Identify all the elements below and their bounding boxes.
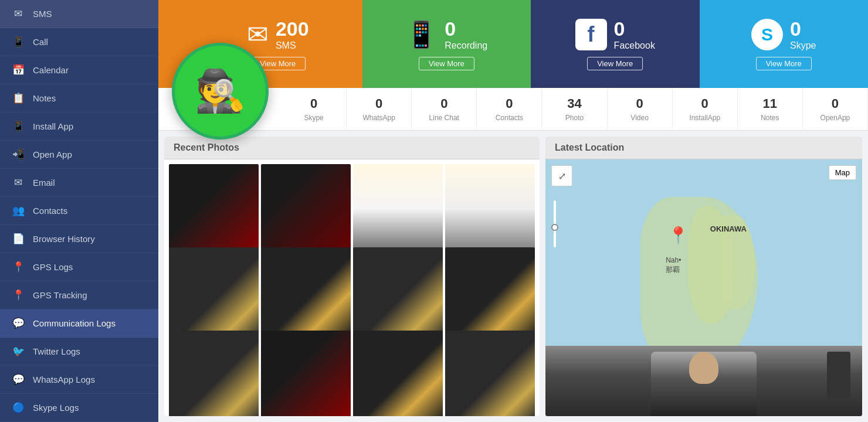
recording-count: 0: [445, 18, 487, 40]
recent-photos-panel: Recent Photos: [164, 137, 540, 416]
photo-5[interactable]: [261, 247, 351, 337]
sidebar-item-label: Browser History: [33, 234, 95, 244]
facebook-label: Facebook: [614, 40, 655, 51]
sidebar-item-label: Calendar: [33, 65, 69, 75]
whatsapp-logs-icon: 💬: [12, 373, 25, 386]
contacts-icon: 👥: [12, 205, 25, 217]
sidebar-item-sms[interactable]: ✉ SMS: [0, 0, 158, 28]
skype-view-more-button[interactable]: View More: [756, 57, 812, 70]
recording-view-more-button[interactable]: View More: [419, 57, 474, 70]
photo-11[interactable]: [445, 331, 535, 416]
sidebar-item-label: WhatsApp Logs: [33, 375, 95, 384]
small-stat-photo[interactable]: 34 Photo: [542, 88, 607, 130]
communication-logs-icon: 💬: [12, 317, 25, 329]
zoom-slider[interactable]: [554, 200, 556, 247]
call-icon: 📱: [12, 36, 25, 48]
facebook-view-more-button[interactable]: View More: [587, 57, 643, 70]
gps-tracking-icon: 📍: [12, 289, 25, 301]
small-stat-openapp[interactable]: 0 OpenApp: [803, 88, 868, 130]
main-content: 🕵️ ✉ 200 SMS View More 📱 0: [158, 0, 868, 422]
sidebar-item-email[interactable]: ✉ Email: [0, 169, 158, 197]
sidebar-item-whatsapp-logs[interactable]: 💬 WhatsApp Logs: [0, 366, 158, 394]
small-stat-whatsapp[interactable]: 0 WhatsApp: [347, 88, 412, 130]
map-controls: ⤢: [551, 165, 572, 186]
location-sublabel: Nah• 那覇: [666, 256, 681, 274]
recording-label: Recording: [445, 40, 487, 51]
skype-stat-card[interactable]: S 0 Skype View More: [700, 0, 869, 88]
small-stat-video[interactable]: 0 Video: [608, 88, 673, 130]
photo-9[interactable]: [261, 331, 351, 416]
small-stat-notes[interactable]: 11 Notes: [738, 88, 803, 130]
sms-count: 200: [276, 18, 309, 40]
sidebar-item-label: Call: [33, 37, 48, 47]
video-person: [545, 346, 862, 416]
photo-8[interactable]: [169, 331, 259, 416]
sidebar-item-install-app[interactable]: 📱 Install App: [0, 113, 158, 141]
sidebar-item-label: Open App: [33, 149, 72, 159]
location-name-label: OKINAWA: [710, 224, 747, 233]
photo-0[interactable]: [169, 164, 259, 254]
top-cards: 🕵️ ✉ 200 SMS View More 📱 0: [158, 0, 868, 88]
small-stat-contacts[interactable]: 0 Contacts: [477, 88, 542, 130]
sidebar-item-communication-logs[interactable]: 💬 Communication Logs: [0, 309, 158, 338]
map-area[interactable]: ⤢ Map OKINAWA 📍 Nah• 那覇: [545, 159, 862, 346]
video-thumbnail: [545, 346, 862, 416]
photo-4[interactable]: [169, 247, 259, 337]
recent-photos-title: Recent Photos: [164, 137, 540, 159]
sidebar-item-contacts[interactable]: 👥 Contacts: [0, 197, 158, 225]
calendar-icon: 📅: [12, 64, 25, 76]
photo-3[interactable]: [445, 164, 535, 254]
sidebar-item-label: GPS Tracking: [33, 290, 87, 300]
sms-label: SMS: [276, 40, 309, 51]
photos-grid: [164, 159, 540, 416]
facebook-count: 0: [614, 18, 655, 40]
photo-2[interactable]: [353, 164, 443, 254]
sidebar-item-label: Skype Logs: [33, 403, 79, 413]
sidebar: ✉ SMS📱 Call📅 Calendar📋 Notes📱 Install Ap…: [0, 0, 158, 422]
skype-icon: S: [751, 19, 783, 50]
sidebar-item-label: Contacts: [33, 206, 67, 216]
skype-logs-icon: 🔵: [12, 401, 25, 414]
map-type-button[interactable]: Map: [829, 165, 856, 180]
open-app-icon: 📲: [12, 148, 25, 161]
middle-section: Recent Photos Latest Location ⤢: [158, 131, 868, 422]
sidebar-item-label: SMS: [33, 9, 52, 19]
sidebar-item-call[interactable]: 📱 Call: [0, 28, 158, 56]
recording-stat-card[interactable]: 📱 0 Recording View More: [362, 0, 531, 88]
sidebar-item-notes[interactable]: 📋 Notes: [0, 84, 158, 113]
sidebar-item-gps-tracking[interactable]: 📍 GPS Tracking: [0, 281, 158, 309]
skype-label: Skype: [790, 40, 816, 51]
photo-10[interactable]: [353, 331, 443, 416]
sidebar-item-calendar[interactable]: 📅 Calendar: [0, 56, 158, 84]
browser-history-icon: 📄: [12, 233, 25, 245]
photo-6[interactable]: [353, 247, 443, 337]
facebook-stat-card[interactable]: f 0 Facebook View More: [531, 0, 700, 88]
sidebar-item-skype-logs[interactable]: 🔵 Skype Logs: [0, 394, 158, 422]
sidebar-item-open-app[interactable]: 📲 Open App: [0, 141, 158, 169]
map-pin: 📍: [668, 226, 689, 245]
latest-location-title: Latest Location: [545, 137, 862, 159]
sidebar-item-label: GPS Logs: [33, 262, 73, 272]
sidebar-item-label: Communication Logs: [33, 318, 116, 328]
photo-7[interactable]: [445, 247, 535, 337]
sidebar-item-browser-history[interactable]: 📄 Browser History: [0, 225, 158, 253]
sidebar-item-gps-logs[interactable]: 📍 GPS Logs: [0, 253, 158, 281]
map-pan-button[interactable]: ⤢: [551, 165, 572, 186]
small-stat-skype[interactable]: 0 Skype: [282, 88, 347, 130]
skype-count: 0: [790, 18, 816, 40]
sidebar-item-label: Twitter Logs: [33, 346, 80, 356]
small-stats-row: 0 Skype0 WhatsApp0 Line Chat0 Contacts34…: [158, 88, 868, 131]
photo-1[interactable]: [261, 164, 351, 254]
sms-icon: ✉: [12, 8, 25, 20]
gps-logs-icon: 📍: [12, 261, 25, 273]
sms-stat-card[interactable]: ✉ 200 SMS View More: [158, 0, 362, 88]
email-icon: ✉: [12, 176, 25, 189]
sidebar-item-label: Install App: [33, 121, 73, 131]
sidebar-item-label: Notes: [33, 93, 56, 103]
sidebar-item-twitter-logs[interactable]: 🐦 Twitter Logs: [0, 338, 158, 366]
sms-view-more-button[interactable]: View More: [250, 57, 306, 70]
small-stat-line-chat[interactable]: 0 Line Chat: [412, 88, 477, 130]
small-stat-installapp[interactable]: 0 InstallApp: [673, 88, 738, 130]
sidebar-item-label: Email: [33, 178, 55, 188]
latest-location-panel: Latest Location ⤢ Map: [545, 137, 862, 416]
